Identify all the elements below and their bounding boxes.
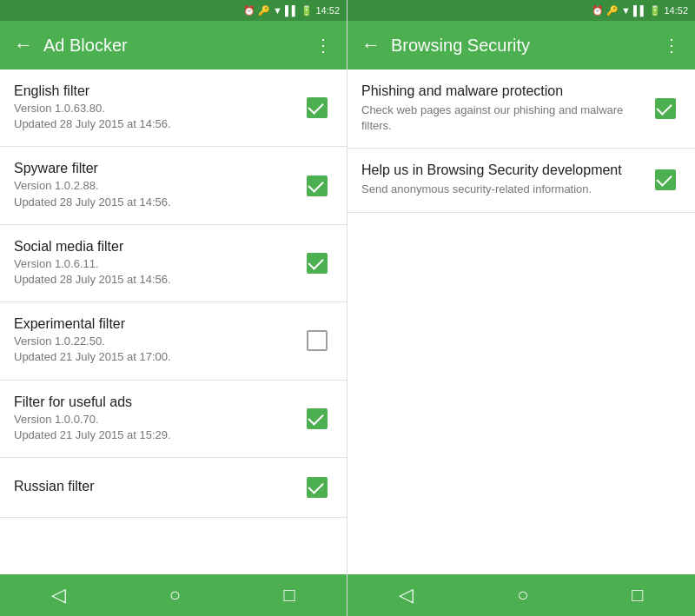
filter-text-russian: Russian filter — [14, 479, 301, 496]
signal-icon: ▌▌ — [285, 5, 299, 16]
filter-text-social: Social media filter Version 1.0.6.11.Upd… — [14, 239, 301, 288]
time-left: 14:52 — [315, 5, 340, 16]
security-title-phishing: Phishing and malware protection — [361, 83, 650, 99]
filter-title-russian: Russian filter — [14, 479, 301, 494]
app-bar-right: ← Browsing Security ⋮ — [348, 21, 695, 70]
filter-subtitle-spyware: Version 1.0.2.88.Updated 28 July 2015 at… — [14, 178, 301, 209]
battery-icon: 🔋 — [301, 5, 313, 17]
alarm-icon: ⏰ — [243, 5, 255, 17]
list-item[interactable]: Filter for useful ads Version 1.0.0.70.U… — [0, 381, 347, 458]
filter-title-experimental: Experimental filter — [14, 316, 301, 332]
filter-text-useful: Filter for useful ads Version 1.0.0.70.U… — [14, 394, 301, 443]
checkbox-phishing[interactable] — [650, 93, 681, 124]
list-item[interactable]: Phishing and malware protection Check we… — [348, 70, 695, 149]
bottom-nav-left: ◁ ○ □ — [0, 574, 347, 616]
app-bar-title-left: Ad Blocker — [43, 36, 304, 56]
checkbox-checked-icon — [655, 169, 676, 190]
checkbox-english[interactable] — [301, 92, 333, 123]
list-item[interactable]: English filter Version 1.0.63.80.Updated… — [0, 70, 347, 147]
security-text-help: Help us in Browsing Security development… — [361, 162, 650, 197]
status-icons-right: ⏰ 🔑 ▼ ▌▌ 🔋 14:52 — [592, 5, 688, 17]
filter-subtitle-social: Version 1.0.6.11.Updated 28 July 2015 at… — [14, 256, 301, 288]
status-icons-left: ⏰ 🔑 ▼ ▌▌ 🔋 14:52 — [243, 5, 340, 17]
filter-text-spyware: Spyware filter Version 1.0.2.88.Updated … — [14, 161, 301, 209]
back-button-right[interactable]: ← — [361, 34, 381, 56]
status-bar-left: ⏰ 🔑 ▼ ▌▌ 🔋 14:52 — [0, 0, 347, 21]
back-button-left[interactable]: ← — [14, 34, 33, 56]
security-text-phishing: Phishing and malware protection Check we… — [361, 83, 650, 134]
more-menu-left[interactable]: ⋮ — [314, 35, 333, 56]
checkbox-unchecked-icon — [307, 330, 328, 351]
checkbox-checked-icon — [307, 253, 328, 274]
list-item[interactable]: Russian filter — [0, 458, 347, 518]
filter-title-useful: Filter for useful ads — [14, 394, 301, 410]
ad-blocker-panel: ⏰ 🔑 ▼ ▌▌ 🔋 14:52 ← Ad Blocker ⋮ English … — [0, 0, 348, 616]
more-menu-right[interactable]: ⋮ — [663, 35, 681, 56]
list-item[interactable]: Experimental filter Version 1.0.22.50.Up… — [0, 302, 347, 380]
recent-nav-right[interactable]: □ — [614, 577, 660, 613]
checkbox-experimental[interactable] — [301, 325, 333, 356]
list-item[interactable]: Help us in Browsing Security development… — [348, 149, 695, 212]
bottom-nav-right: ◁ ○ □ — [348, 574, 695, 616]
status-bar-right: ⏰ 🔑 ▼ ▌▌ 🔋 14:52 — [348, 0, 695, 21]
home-nav-left[interactable]: ○ — [152, 577, 198, 613]
filter-title-spyware: Spyware filter — [14, 161, 301, 176]
filter-list: English filter Version 1.0.63.80.Updated… — [0, 70, 347, 574]
vpn-icon-right: 🔑 — [606, 5, 619, 17]
filter-text-english: English filter Version 1.0.63.80.Updated… — [14, 83, 301, 132]
app-bar-left: ← Ad Blocker ⋮ — [0, 21, 347, 70]
security-list: Phishing and malware protection Check we… — [348, 70, 695, 574]
checkbox-russian[interactable] — [301, 472, 333, 503]
security-title-help: Help us in Browsing Security development — [361, 162, 650, 178]
filter-title-social: Social media filter — [14, 239, 301, 255]
wifi-icon: ▼ — [273, 5, 282, 16]
back-nav-left[interactable]: ◁ — [34, 577, 83, 613]
time-right: 14:52 — [664, 5, 688, 16]
filter-subtitle-experimental: Version 1.0.22.50.Updated 21 July 2015 a… — [14, 334, 301, 365]
checkbox-checked-icon — [307, 97, 328, 118]
battery-icon-right: 🔋 — [649, 5, 661, 17]
checkbox-checked-icon — [655, 98, 676, 119]
checkbox-social[interactable] — [301, 248, 333, 279]
checkbox-checked-icon — [307, 408, 328, 429]
checkbox-checked-icon — [307, 176, 328, 196]
alarm-icon-right: ⏰ — [592, 5, 604, 17]
checkbox-checked-icon — [307, 477, 328, 498]
app-bar-title-right: Browsing Security — [391, 36, 652, 56]
security-subtitle-help: Send anonymous security-related informat… — [361, 182, 650, 197]
filter-title-english: English filter — [14, 83, 301, 99]
checkbox-spyware[interactable] — [301, 170, 333, 202]
security-subtitle-phishing: Check web pages against our phishing and… — [361, 103, 650, 134]
list-item[interactable]: Spyware filter Version 1.0.2.88.Updated … — [0, 147, 347, 224]
signal-icon-right: ▌▌ — [633, 5, 647, 16]
filter-subtitle-english: Version 1.0.63.80.Updated 28 July 2015 a… — [14, 101, 301, 132]
checkbox-help[interactable] — [650, 164, 681, 195]
browsing-security-panel: ⏰ 🔑 ▼ ▌▌ 🔋 14:52 ← Browsing Security ⋮ P… — [348, 0, 695, 616]
checkbox-useful[interactable] — [301, 403, 333, 434]
recent-nav-left[interactable]: □ — [266, 577, 312, 613]
home-nav-right[interactable]: ○ — [500, 577, 546, 613]
filter-subtitle-useful: Version 1.0.0.70.Updated 21 July 2015 at… — [14, 412, 301, 443]
filter-text-experimental: Experimental filter Version 1.0.22.50.Up… — [14, 316, 301, 365]
vpn-icon: 🔑 — [258, 5, 270, 17]
wifi-icon-right: ▼ — [621, 5, 631, 16]
list-item[interactable]: Social media filter Version 1.0.6.11.Upd… — [0, 225, 347, 302]
back-nav-right[interactable]: ◁ — [381, 577, 431, 613]
